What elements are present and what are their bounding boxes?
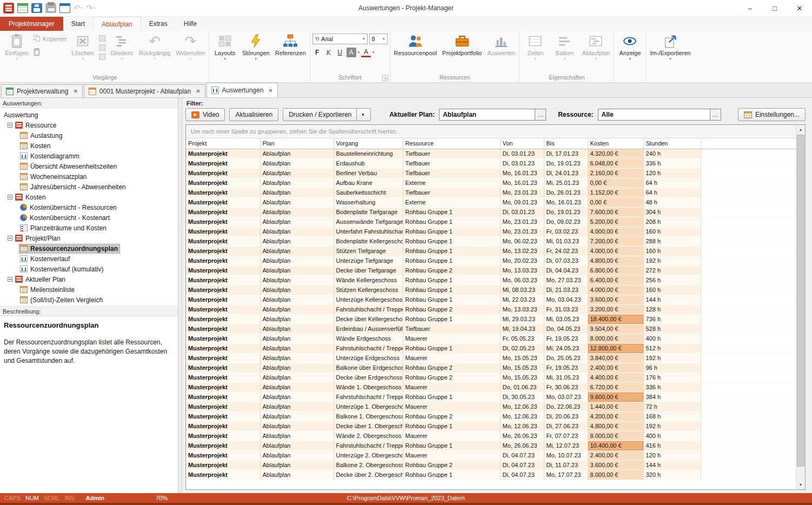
italic-button[interactable]: K: [324, 48, 334, 57]
kopieren-button[interactable]: Kopieren: [33, 35, 66, 43]
table-row[interactable]: MusterprojektAblaufplanWasserhaltungExte…: [186, 197, 796, 207]
print-icon[interactable]: [45, 3, 56, 13]
tree-item[interactable]: Ressourcenzuordnungsplan: [0, 243, 178, 254]
table-row[interactable]: MusterprojektAblaufplanSauberkeitsschich…: [186, 188, 796, 197]
tree-item[interactable]: Jahresübersicht - Abwesenheiten: [0, 182, 178, 192]
groupby-bar[interactable]: Um nach einer Spalte zu gruppieren, zieh…: [186, 125, 796, 138]
ribbon-tab-start[interactable]: Start: [63, 17, 93, 31]
schriftart-dialog-launcher-icon[interactable]: ↘: [382, 75, 388, 81]
scroll-down-icon[interactable]: ▼: [796, 480, 805, 489]
tree-item[interactable]: Kostenübersicht - Kostenart: [0, 212, 178, 223]
projektmanager-button[interactable]: Projektmanager: [0, 17, 63, 31]
table-row[interactable]: MusterprojektAblaufplanUnterzüge Tiefgar…: [186, 256, 796, 265]
tree-folder-item[interactable]: Aktueller Plan: [0, 274, 178, 284]
column-header[interactable]: Bis: [544, 138, 588, 149]
auswerten-button[interactable]: Auswerten: [484, 31, 518, 74]
table-row[interactable]: MusterprojektAblaufplanBaustelleneinrich…: [186, 149, 796, 158]
column-header[interactable]: Ressource: [403, 138, 500, 149]
paste-special-button[interactable]: [33, 48, 66, 57]
widerrufen-button[interactable]: ↷ Widerrufen ▾: [173, 31, 208, 74]
table-row[interactable]: MusterprojektAblaufplanBalkone 2. Oberge…: [186, 460, 796, 470]
collapse-icon[interactable]: [8, 236, 12, 241]
table-row[interactable]: MusterprojektAblaufplanFahrstuhlschacht …: [186, 343, 796, 353]
collapse-icon[interactable]: [8, 277, 12, 282]
table-row[interactable]: MusterprojektAblaufplanDecke über Tiefga…: [186, 265, 796, 275]
underline-button[interactable]: U: [335, 48, 345, 57]
ribbon-tab-extras[interactable]: Extras: [141, 17, 176, 31]
drucken-exportieren-button[interactable]: Drucken / Exportieren ▼: [283, 108, 371, 121]
table-row[interactable]: MusterprojektAblaufplanFahrstuhlschacht …: [186, 392, 796, 402]
table-row[interactable]: MusterprojektAblaufplanUnterfahrt Fahrst…: [186, 227, 796, 236]
column-header[interactable]: Stunden: [643, 138, 701, 149]
tree-item[interactable]: Kostenverlauf: [0, 254, 178, 264]
highlight-caret-icon[interactable]: ▾: [358, 50, 360, 55]
table-row[interactable]: MusterprojektAblaufplanFahrstuhlschacht …: [186, 441, 796, 450]
table-row[interactable]: MusterprojektAblaufplanAussenwände Tiefg…: [186, 217, 796, 227]
project-list-icon[interactable]: [17, 3, 28, 13]
font-size-select[interactable]: 8 ▾: [369, 34, 388, 44]
table-row[interactable]: MusterprojektAblaufplanDecke über Erdges…: [186, 373, 796, 382]
referenzen-button[interactable]: Referenzen: [272, 31, 309, 74]
vertical-scrollbar[interactable]: ▲ ▼: [796, 125, 805, 489]
table-row[interactable]: MusterprojektAblaufplanDecke über Keller…: [186, 314, 796, 324]
tool-icon-2[interactable]: [99, 44, 105, 51]
loeschen-button[interactable]: Löschen ▾: [68, 31, 97, 74]
ressource-browse-button[interactable]: …: [710, 109, 721, 120]
tree-item[interactable]: Auslastung: [0, 130, 178, 141]
redo-icon[interactable]: ↷▾: [86, 3, 95, 13]
tree-folder-item[interactable]: Kosten: [0, 192, 178, 202]
projektportfolio-button[interactable]: Projektportfolio: [440, 31, 484, 74]
anzeige-button[interactable]: Anzeige ▾: [615, 31, 644, 74]
collapse-icon[interactable]: [8, 195, 12, 200]
font-family-select[interactable]: Tr Arial ▾: [312, 34, 368, 44]
layouts-button[interactable]: Layouts ▾: [210, 31, 239, 74]
tree-root-item[interactable]: Auswertung: [0, 110, 178, 120]
scroll-up-icon[interactable]: ▲: [796, 125, 805, 134]
table-row[interactable]: MusterprojektAblaufplanAufbau KraneExter…: [186, 178, 796, 188]
video-button[interactable]: ▶ Video: [185, 108, 225, 121]
doc-tab-musterprojekt-ablaufplan[interactable]: 0001 Musterprojekt - Ablaufplan ✕: [84, 84, 205, 97]
table-row[interactable]: MusterprojektAblaufplanWände 2. Obergesc…: [186, 431, 796, 441]
table-row[interactable]: MusterprojektAblaufplanDecke über 1. Obe…: [186, 421, 796, 431]
tree-folder-item[interactable]: Ressource: [0, 120, 178, 130]
scrollbar-thumb[interactable]: [797, 135, 804, 467]
einstellungen-button[interactable]: Einstellungen...: [738, 108, 806, 121]
tool-icon-3[interactable]: [99, 54, 105, 60]
table-row[interactable]: MusterprojektAblaufplanUnterzüge Kellerg…: [186, 295, 796, 304]
tree-item[interactable]: Planzeiträume und Kosten: [0, 223, 178, 233]
bold-button[interactable]: F: [312, 48, 322, 57]
close-tab-icon[interactable]: ✕: [268, 88, 272, 94]
tree-item[interactable]: Kosten: [0, 141, 178, 151]
doc-tab-projektverwaltung[interactable]: Projektverwaltung ✕: [1, 84, 83, 97]
zeilen-button[interactable]: Zeilen ▾: [521, 31, 550, 74]
minimize-button[interactable]: –: [737, 0, 762, 16]
tool-icon-1[interactable]: [99, 35, 105, 42]
column-header[interactable]: Vorgang: [334, 138, 403, 149]
close-tab-icon[interactable]: ✕: [196, 88, 200, 94]
table-row[interactable]: MusterprojektAblaufplanBerliner VerbauTi…: [186, 168, 796, 178]
table-row[interactable]: MusterprojektAblaufplanStützen Kellerges…: [186, 285, 796, 295]
save-icon[interactable]: [31, 3, 42, 13]
table-row[interactable]: MusterprojektAblaufplanBodenplatte Tiefg…: [186, 207, 796, 217]
column-header[interactable]: Plan: [260, 138, 334, 149]
doc-tab-auswertungen[interactable]: Auswertungen ✕: [207, 83, 278, 97]
balken-button[interactable]: Balken ▾: [550, 31, 579, 74]
font-color-caret-icon[interactable]: ▾: [372, 50, 375, 55]
tree-item[interactable]: Übersicht Abwesenheitszeiten: [0, 161, 178, 171]
ressource-select[interactable]: Alle …: [598, 109, 721, 121]
close-button[interactable]: ✕: [787, 0, 812, 16]
tree-folder-item[interactable]: Projekt/Plan: [0, 233, 178, 243]
tree-item[interactable]: Kostendiagramm: [0, 151, 178, 161]
tree-item[interactable]: Wocheneinsatzplan: [0, 171, 178, 182]
ribbon-tab-hilfe[interactable]: Hilfe: [176, 17, 205, 31]
table-row[interactable]: MusterprojektAblaufplanStützen Tiefgarag…: [186, 246, 796, 256]
table-row[interactable]: MusterprojektAblaufplanUnterzüge 2. Ober…: [186, 450, 796, 460]
font-color-button[interactable]: A: [361, 48, 371, 57]
table-row[interactable]: MusterprojektAblaufplanUnterzüge 1. Ober…: [186, 402, 796, 411]
sidebar-splitter[interactable]: [178, 98, 182, 493]
table-row[interactable]: MusterprojektAblaufplanBalkone über Erdg…: [186, 363, 796, 373]
table-row[interactable]: MusterprojektAblaufplanUnterzüge Erdgesc…: [186, 353, 796, 363]
tree-item[interactable]: Meilensteinliste: [0, 284, 178, 295]
drucken-dropdown-icon[interactable]: ▼: [356, 109, 365, 121]
table-row[interactable]: MusterprojektAblaufplanWände Kellergesch…: [186, 275, 796, 285]
